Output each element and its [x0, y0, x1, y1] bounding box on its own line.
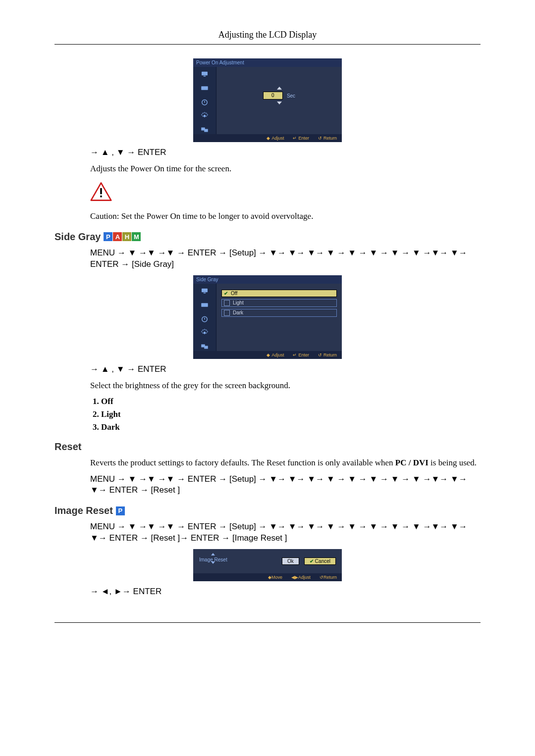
svg-rect-9 [100, 196, 102, 198]
option-label: Light [233, 300, 244, 305]
reset-heading-text: Reset [54, 441, 81, 453]
multi-icon [200, 125, 209, 134]
enter-glyph-icon: ↵ [293, 353, 297, 357]
warning-icon [90, 180, 481, 206]
check-icon: ✔ [310, 558, 314, 564]
option-dark: Dark [221, 309, 337, 317]
down-icon [211, 561, 215, 569]
power-on-adjustment-osd: Power On Adjustment 0 Sec [193, 58, 342, 142]
svg-point-14 [204, 331, 206, 334]
option-label: Off [231, 291, 237, 296]
list-item: Light [101, 409, 481, 419]
badge-p: P [116, 506, 125, 515]
osd-sidebar-icons [193, 284, 216, 351]
footer-move: Move [271, 575, 282, 580]
footer-adjust: Adjust [271, 136, 284, 141]
dialog-title: Image Reset [199, 553, 227, 569]
side-gray-description: Select the brightness of the grey for th… [90, 380, 481, 392]
image-reset-nav-sequence: → ◄, ►→ ENTER [90, 586, 481, 598]
svg-rect-11 [204, 293, 206, 294]
gear-icon [200, 111, 209, 120]
badge-p: P [104, 232, 112, 241]
timer-icon [200, 314, 209, 323]
return-glyph-icon: ↺ [320, 575, 323, 580]
badge-a: A [113, 232, 122, 241]
osd-main-panel: ✔ Off Light Dark [216, 284, 342, 351]
mode-badges: P [116, 506, 125, 515]
pc-icon [200, 70, 209, 79]
list-item: Dark [101, 422, 481, 432]
cancel-button: ✔ Cancel [304, 557, 336, 565]
footer-enter: Enter [298, 353, 309, 357]
dialog-footer: ◆Move ◀▶Adjust ↺Return [193, 573, 342, 581]
image-reset-menu-path: MENU → ▼ →▼ →▼ → ENTER → [Setup] → ▼→ ▼→… [90, 521, 481, 544]
pc-icon [200, 287, 209, 296]
enter-glyph-icon: ↵ [293, 136, 297, 141]
poa-description: Adjusts the Power On time for the screen… [90, 163, 481, 175]
side-gray-nav-sequence: → ▲ , ▼ → ENTER [90, 364, 481, 375]
osd-footer: ◆Adjust ↵Enter ↺Return [193, 134, 342, 142]
option-light: Light [221, 299, 337, 307]
image-reset-heading-text: Image Reset [54, 505, 113, 516]
list-item: Off [101, 397, 481, 406]
image-reset-dialog: Image Reset Ok ✔ Cancel ◆Move ◀▶Adjust ↺… [193, 549, 342, 581]
option-off: ✔ Off [221, 290, 337, 297]
page-footer-rule [54, 622, 481, 623]
reset-desc-part: is being used. [428, 458, 477, 467]
check-icon: ✔ [224, 291, 228, 296]
poa-unit: Sec [287, 93, 295, 99]
badge-m: M [132, 232, 141, 241]
svg-rect-8 [100, 188, 102, 194]
checkbox-icon [224, 300, 230, 306]
page-header: Adjusting the LCD Display [54, 30, 481, 45]
svg-rect-1 [204, 76, 206, 77]
timer-icon [200, 98, 209, 106]
mode-badges: P A H M [104, 232, 141, 241]
return-glyph-icon: ↺ [318, 353, 322, 357]
reset-desc-bold: PC / DVI [395, 458, 428, 467]
footer-return: Return [323, 575, 337, 580]
side-gray-options-list: Off Light Dark [90, 397, 481, 432]
image-reset-heading: Image Reset P [54, 505, 481, 516]
move-glyph-icon: ◆ [268, 575, 271, 580]
osd-sidebar-icons [193, 67, 216, 134]
input-icon [200, 84, 209, 93]
footer-adjust: Adjust [298, 575, 311, 580]
up-icon [211, 553, 215, 555]
input-icon [200, 301, 209, 309]
adjust-glyph-icon: ◆ [267, 353, 270, 357]
reset-heading: Reset [54, 441, 481, 453]
ok-button: Ok [282, 557, 299, 565]
side-gray-menu-path: MENU → ▼ →▼ →▼ → ENTER → [Setup] → ▼→ ▼→… [90, 248, 481, 270]
gear-icon [200, 328, 209, 337]
side-gray-osd: Side Gray ✔ Off [193, 275, 342, 359]
footer-enter: Enter [298, 136, 309, 141]
poa-nav-sequence: → ▲ , ▼ → ENTER [90, 147, 481, 158]
osd-footer: ◆Adjust ↵Enter ↺Return [193, 351, 342, 359]
checkbox-icon [224, 310, 230, 316]
osd-title: Power On Adjustment [193, 58, 342, 67]
poa-caution: Caution: Set the Power On time to be lon… [90, 211, 481, 222]
footer-adjust: Adjust [271, 353, 284, 357]
value-up-icon [277, 87, 282, 90]
option-label: Dark [233, 310, 243, 315]
svg-rect-2 [201, 86, 208, 90]
adjust-glyph-icon: ◀▶ [291, 575, 298, 580]
footer-return: Return [323, 136, 337, 141]
poa-value: 0 [263, 92, 283, 100]
return-glyph-icon: ↺ [318, 136, 322, 141]
svg-rect-6 [204, 129, 208, 132]
svg-point-4 [204, 115, 206, 117]
svg-rect-10 [202, 288, 208, 292]
reset-description: Reverts the product settings to factory … [90, 457, 481, 469]
badge-h: H [122, 232, 131, 241]
side-gray-heading-text: Side Gray [54, 231, 101, 243]
cancel-label: Cancel [315, 558, 330, 564]
reset-menu-path: MENU → ▼ →▼ →▼ → ENTER → [Setup] → ▼→ ▼→… [90, 474, 481, 497]
svg-rect-12 [201, 303, 208, 307]
footer-return: Return [323, 353, 337, 357]
svg-rect-16 [204, 346, 208, 349]
side-gray-heading: Side Gray P A H M [54, 231, 481, 243]
adjust-glyph-icon: ◆ [267, 136, 270, 141]
value-down-icon [277, 101, 282, 104]
